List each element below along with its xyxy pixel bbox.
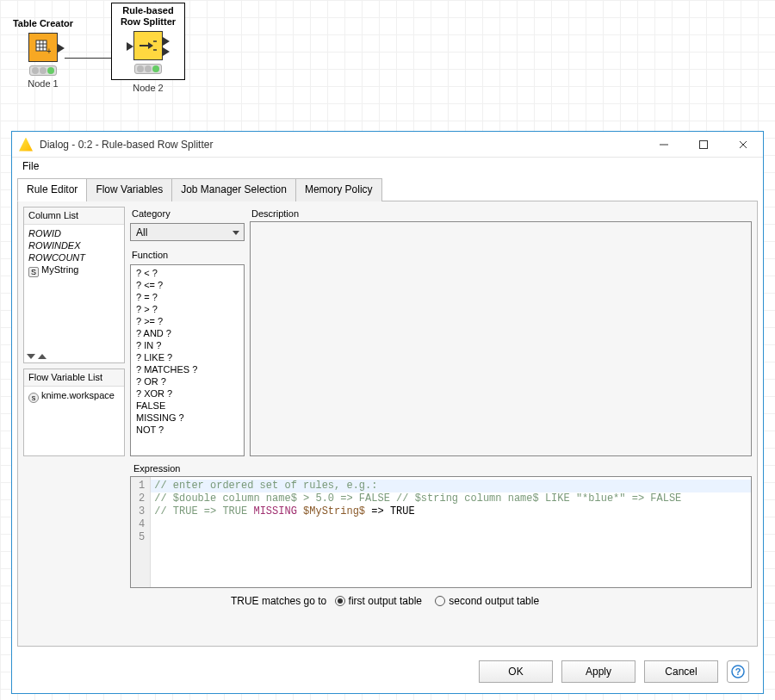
list-item[interactable]: ? = ? (131, 291, 244, 303)
panel-title: Flow Variable List (24, 369, 124, 387)
node-rule-based-row-splitter[interactable]: Rule-based Row Splitter Node 2 (111, 3, 185, 93)
category-select[interactable]: All (130, 223, 245, 241)
flow-variable-panel: Flow Variable List sknime.workspace (23, 369, 125, 456)
app-icon (19, 138, 33, 152)
list-item[interactable]: SMyString (28, 263, 120, 278)
maximize-button[interactable] (684, 132, 723, 158)
list-item[interactable]: sknime.workspace (28, 389, 120, 404)
list-item[interactable]: ROWID (28, 227, 120, 239)
expression-label: Expression (23, 462, 752, 476)
list-item[interactable]: ? MATCHES ? (131, 363, 244, 375)
node-status-lights (134, 64, 162, 74)
tab-flow-variables[interactable]: Flow Variables (86, 178, 172, 201)
description-area[interactable] (250, 221, 752, 456)
menu-file[interactable]: File (19, 158, 42, 174)
svg-marker-7 (148, 42, 153, 49)
list-item[interactable]: ? >= ? (131, 315, 244, 327)
triangle-up-icon[interactable] (38, 354, 46, 359)
svg-rect-0 (36, 40, 46, 51)
close-button[interactable] (723, 132, 763, 158)
node-table-creator[interactable]: Table Creator + Node 1 (6, 7, 80, 89)
cancel-button[interactable]: Cancel (644, 660, 718, 683)
tab-memory-policy[interactable]: Memory Policy (295, 178, 382, 201)
description-label: Description (250, 207, 752, 221)
dialog-window: Dialog - 0:2 - Rule-based Row Splitter F… (11, 131, 764, 694)
node-label: Rule-based Row Splitter (115, 5, 181, 28)
tab-rule-editor[interactable]: Rule Editor (17, 178, 87, 201)
list-item[interactable]: ? LIKE ? (131, 351, 244, 363)
expression-code[interactable]: // enter ordered set of rules, e.g.: // … (151, 477, 751, 587)
list-item[interactable]: ROWINDEX (28, 239, 120, 251)
node-label: Table Creator (6, 7, 80, 29)
radio-first-output[interactable]: first output table (335, 595, 422, 607)
list-item[interactable]: ? OR ? (131, 375, 244, 387)
radio-label: TRUE matches go to (231, 595, 326, 607)
string-type-icon: S (28, 267, 39, 277)
splitter-icon (133, 31, 163, 60)
expression-editor[interactable]: 12345 // enter ordered set of rules, e.g… (130, 476, 752, 588)
help-button[interactable]: ? (727, 660, 749, 683)
dialog-buttons: OK Apply Cancel ? (12, 652, 763, 693)
triangle-down-icon[interactable] (27, 354, 35, 359)
list-item[interactable]: ? IN ? (131, 339, 244, 351)
list-item[interactable]: ? AND ? (131, 327, 244, 339)
radio-second-output[interactable]: second output table (435, 595, 539, 607)
tab-job-manager[interactable]: Job Manager Selection (171, 178, 296, 201)
connection[interactable] (65, 58, 118, 59)
node-id: Node 1 (6, 78, 80, 89)
list-item[interactable]: NOT ? (131, 424, 244, 436)
tabs: Rule Editor Flow Variables Job Manager S… (17, 177, 758, 201)
ok-button[interactable]: OK (479, 660, 553, 683)
apply-button[interactable]: Apply (561, 660, 636, 683)
line-gutter: 12345 (131, 477, 151, 587)
list-item[interactable]: FALSE (131, 400, 244, 412)
radio-icon (435, 596, 445, 606)
minimize-button[interactable] (644, 132, 684, 158)
flow-variable-list[interactable]: sknime.workspace (24, 387, 124, 455)
function-list[interactable]: ? < ? ? <= ? ? = ? ? > ? ? >= ? ? AND ? … (130, 264, 245, 456)
table-icon: + (28, 33, 58, 62)
list-item[interactable]: ? <= ? (131, 279, 244, 291)
function-label: Function (130, 248, 245, 263)
tab-panel-rule-editor: Column List ROWID ROWINDEX ROWCOUNT SMyS… (17, 201, 758, 647)
titlebar[interactable]: Dialog - 0:2 - Rule-based Row Splitter (12, 132, 763, 158)
list-item[interactable]: ROWCOUNT (28, 251, 120, 263)
node-status-lights (29, 65, 57, 76)
output-radio-group: TRUE matches go to first output table se… (23, 588, 752, 610)
node-id: Node 2 (111, 83, 185, 93)
column-list-panel: Column List ROWID ROWINDEX ROWCOUNT SMyS… (23, 207, 125, 363)
list-item[interactable]: ? < ? (131, 267, 244, 279)
list-item[interactable]: ? > ? (131, 303, 244, 315)
list-item[interactable]: ? XOR ? (131, 387, 244, 400)
radio-icon (335, 596, 345, 606)
svg-text:+: + (46, 46, 51, 55)
svg-text:?: ? (735, 666, 741, 677)
panel-title: Column List (24, 208, 124, 225)
list-item[interactable]: MISSING ? (131, 412, 244, 424)
column-list[interactable]: ROWID ROWINDEX ROWCOUNT SMyString (24, 225, 124, 350)
dialog-title: Dialog - 0:2 - Rule-based Row Splitter (40, 139, 644, 151)
string-type-icon: s (28, 393, 39, 403)
workflow-canvas[interactable]: Table Creator + Node 1 Rule-based Row Sp… (0, 0, 775, 121)
menubar: File (12, 158, 763, 177)
svg-rect-11 (700, 140, 708, 148)
category-label: Category (130, 207, 245, 221)
